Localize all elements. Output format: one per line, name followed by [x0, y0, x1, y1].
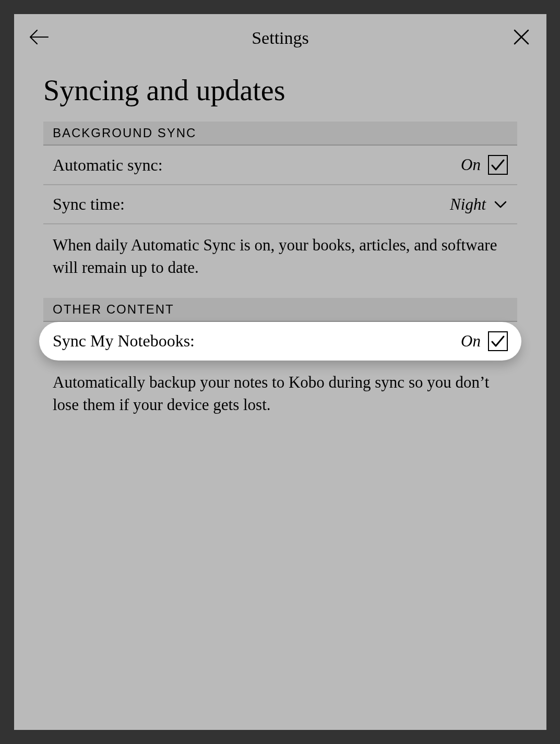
chevron-down-icon	[493, 197, 508, 212]
sync-notebooks-highlight: Sync My Notebooks: On	[39, 322, 521, 362]
section-header-other-content: OTHER CONTENT	[43, 298, 517, 322]
screen: Settings Syncing and updates BACKGROUND …	[14, 14, 546, 730]
check-icon	[490, 157, 506, 173]
background-sync-description: When daily Automatic Sync is on, your bo…	[43, 224, 517, 298]
arrow-left-icon	[29, 29, 49, 47]
section-header-background-sync: BACKGROUND SYNC	[43, 122, 517, 146]
automatic-sync-checkbox[interactable]	[488, 155, 508, 175]
content: Syncing and updates BACKGROUND SYNC Auto…	[14, 74, 546, 435]
automatic-sync-row[interactable]: Automatic sync: On	[43, 146, 517, 185]
sync-notebooks-control: On	[461, 331, 508, 351]
page-title: Syncing and updates	[43, 74, 517, 107]
sync-notebooks-value: On	[461, 332, 481, 351]
back-button[interactable]	[29, 28, 50, 49]
sync-notebooks-label: Sync My Notebooks:	[53, 331, 195, 351]
sync-time-row[interactable]: Sync time: Night	[43, 185, 517, 224]
automatic-sync-value: On	[461, 155, 481, 174]
check-icon	[490, 333, 506, 349]
automatic-sync-control: On	[461, 155, 508, 175]
device-bezel: Settings Syncing and updates BACKGROUND …	[0, 0, 560, 744]
header-title: Settings	[252, 28, 309, 48]
sync-notebooks-checkbox[interactable]	[488, 331, 508, 351]
sync-time-value: Night	[450, 195, 486, 214]
automatic-sync-label: Automatic sync:	[53, 155, 163, 175]
close-icon	[513, 28, 530, 48]
other-content-description: Automatically backup your notes to Kobo …	[43, 362, 517, 435]
sync-time-control: Night	[450, 195, 508, 214]
header: Settings	[14, 14, 546, 62]
close-button[interactable]	[511, 28, 532, 49]
sync-time-label: Sync time:	[53, 195, 125, 214]
sync-notebooks-row[interactable]: Sync My Notebooks: On	[43, 322, 517, 361]
row-divider	[53, 361, 508, 362]
